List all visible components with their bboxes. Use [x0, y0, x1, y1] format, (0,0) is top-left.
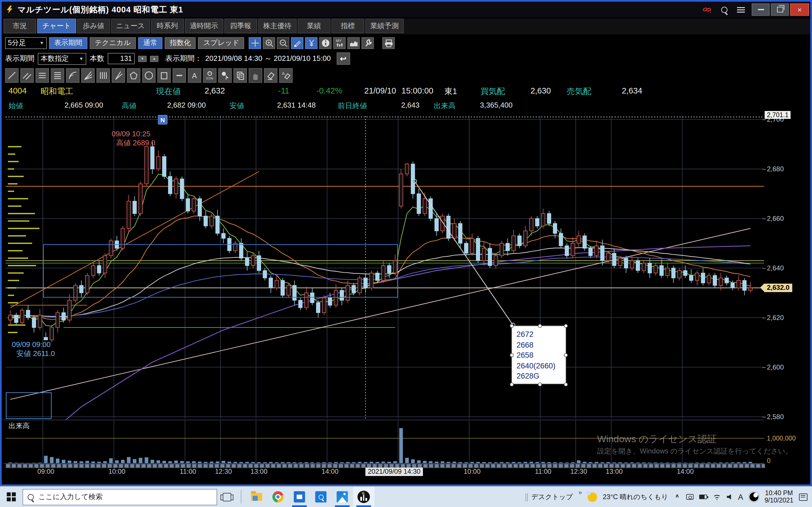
tab-0[interactable]: 市況 — [3, 18, 36, 33]
fib-arc-icon[interactable] — [66, 68, 80, 83]
taskbar-photos[interactable] — [332, 487, 353, 507]
count-up-button[interactable]: ▲ — [150, 55, 158, 62]
eraser-icon[interactable] — [264, 68, 277, 83]
tab-9[interactable]: 指標 — [332, 18, 364, 33]
ime-icon[interactable] — [749, 492, 759, 502]
selection-handle[interactable] — [538, 324, 542, 328]
x-axis-label: 13:00 — [250, 467, 267, 475]
taskbar-file-explorer[interactable] — [246, 487, 267, 507]
restore-button[interactable] — [771, 3, 789, 16]
zoom-in-icon[interactable] — [263, 37, 275, 49]
yen-icon[interactable] — [305, 37, 318, 49]
selection-handle[interactable] — [564, 353, 568, 357]
selection-handle[interactable] — [510, 324, 514, 328]
toolbar-button-1[interactable]: テクニカル — [90, 37, 136, 49]
tab-1[interactable]: チャート — [37, 18, 76, 33]
desktop-toolbar[interactable]: デスクトップ — [525, 492, 573, 502]
parallel-line-icon[interactable] — [20, 68, 34, 83]
tab-3[interactable]: ニュース — [111, 18, 150, 33]
eraser-text-icon[interactable]: A — [279, 68, 293, 83]
interval-select[interactable]: 5分足▼ — [5, 37, 47, 49]
windows-activation-watermark-title: Windows のライセンス認証 — [597, 433, 717, 446]
minimize-button[interactable] — [752, 3, 770, 16]
reset-period-button[interactable]: ↩ — [336, 52, 350, 65]
close-button[interactable]: × — [790, 3, 809, 16]
task-view-button[interactable] — [217, 487, 236, 507]
selection-handle[interactable] — [510, 383, 514, 386]
ime-mode-letter[interactable]: A — [738, 493, 743, 501]
note-line: 2668 — [516, 340, 561, 350]
tab-4[interactable]: 時系列 — [151, 18, 184, 33]
weather-icon[interactable] — [588, 492, 597, 502]
screen: マルチツール(個別銘柄) 4004 昭和電工 東1 1 × 市況チャ — [0, 0, 812, 507]
vertical-lines-icon[interactable] — [96, 68, 110, 83]
ellipse-icon[interactable] — [142, 68, 156, 83]
rectangle-icon[interactable] — [157, 68, 171, 83]
selection-handle[interactable] — [538, 383, 542, 386]
taskbar-search-input[interactable]: ここに入力して検索 — [22, 489, 217, 505]
speed-lines-icon[interactable] — [112, 68, 125, 83]
toolbar-button-2[interactable]: 通常 — [138, 37, 162, 49]
battery-icon[interactable] — [699, 495, 707, 499]
hand-icon[interactable] — [249, 68, 262, 83]
pencil-icon[interactable] — [291, 37, 304, 49]
toolbar-button-4[interactable]: スプレッド — [198, 37, 245, 49]
speaker-icon[interactable] — [727, 494, 732, 500]
selection-handle[interactable] — [510, 353, 514, 357]
hidden-icons-button[interactable]: ＾ — [674, 492, 680, 502]
volume-pane-label: 出来高 — [8, 421, 30, 431]
media-app-icon — [294, 491, 305, 503]
toolbar-button-3[interactable]: 指数化 — [165, 37, 196, 49]
weather-text[interactable]: 23°C 晴れのちくもり — [603, 492, 668, 502]
gann-lines-icon[interactable] — [51, 68, 64, 83]
taskbar-chrome[interactable] — [267, 487, 289, 507]
trend-line-icon[interactable] — [5, 68, 18, 83]
chart-canvas[interactable]: 2,7002,6802,6602,6402,6202,6002,5802,701… — [3, 113, 812, 486]
wrench-icon[interactable] — [362, 37, 374, 49]
photos-icon — [337, 491, 348, 503]
menu-icon[interactable] — [733, 3, 748, 16]
horizontal-segment-icon[interactable] — [172, 68, 186, 83]
news-marker[interactable]: N — [158, 115, 167, 124]
info-icon[interactable] — [319, 37, 332, 49]
pentagon-icon[interactable] — [127, 68, 140, 83]
taskbar-search-app[interactable] — [310, 487, 332, 507]
tab-6[interactable]: 四季報 — [224, 18, 257, 33]
price-note-box[interactable]: 2672266826582640(2660)2628G — [511, 326, 566, 384]
period-mode-select[interactable]: 本数指定▼ — [38, 53, 86, 64]
taskbar-clock[interactable]: 10:40 PM 9/10/2021 — [765, 490, 794, 504]
toolbar-overflow-chevron[interactable]: » — [578, 489, 582, 496]
action-center-icon[interactable] — [799, 493, 808, 501]
taskbar-trading-app[interactable] — [353, 487, 374, 507]
tab-5[interactable]: 適時開示 — [185, 18, 223, 33]
search-icon[interactable] — [717, 3, 731, 16]
tab-10[interactable]: 業績予測 — [365, 18, 404, 33]
stamp-icon[interactable]: ICON — [203, 68, 216, 83]
selection-handle[interactable] — [564, 383, 568, 386]
count-down-button[interactable]: ▼ — [138, 55, 147, 62]
svg-text:A: A — [282, 71, 285, 76]
taskbar-media-app[interactable] — [289, 487, 310, 507]
copy-icon[interactable] — [234, 68, 247, 83]
tray-device-icon[interactable] — [686, 494, 694, 500]
count-input[interactable]: 131 — [108, 53, 135, 64]
start-button[interactable] — [0, 487, 22, 507]
tab-8[interactable]: 業績 — [298, 18, 331, 33]
x-axis-label: 11:00 — [535, 467, 551, 475]
wifi-icon[interactable] — [713, 494, 721, 500]
fib-fan-icon[interactable] — [81, 68, 95, 83]
range-value: 2021/09/08 14:30 ～ 2021/09/10 15:00 — [205, 54, 331, 64]
selection-handle[interactable] — [564, 324, 568, 328]
print-icon[interactable] — [383, 37, 395, 49]
crosshair-icon[interactable] — [249, 37, 261, 49]
area-chart-icon[interactable] — [348, 37, 360, 49]
toolbar-button-0[interactable]: 表示期間 — [49, 37, 87, 49]
tab-7[interactable]: 株主優待 — [258, 18, 297, 33]
fib-retracement-icon[interactable] — [36, 68, 49, 83]
tab-2[interactable]: 歩み値 — [77, 18, 110, 33]
my-chart-icon[interactable]: MY — [334, 37, 346, 49]
pointer-icon[interactable] — [218, 68, 232, 83]
zoom-out-icon[interactable] — [277, 37, 290, 49]
link-icon[interactable]: 1 — [700, 3, 714, 16]
text-icon[interactable]: A — [188, 68, 201, 83]
